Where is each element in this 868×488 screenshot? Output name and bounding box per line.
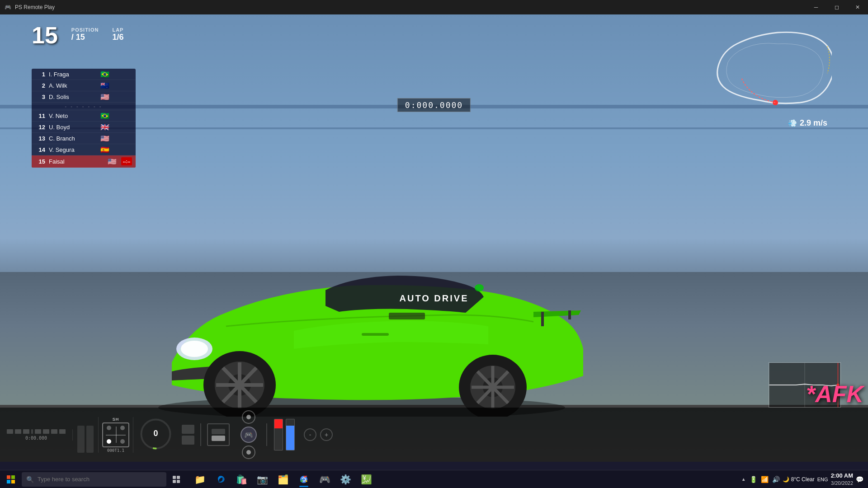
- system-tray: ▲ 🔋 📶 🔊: [741, 476, 780, 483]
- clock[interactable]: 2:00 AM 3/20/2022: [831, 472, 853, 486]
- svg-rect-34: [177, 476, 180, 479]
- system-tray-up-arrow[interactable]: ▲: [741, 477, 746, 482]
- notification-icon[interactable]: 💬: [856, 476, 863, 483]
- taskbar-app-9[interactable]: 💹: [356, 470, 376, 488]
- taskbar-app-8[interactable]: ⚙️: [335, 470, 355, 488]
- game-viewport: 15 POSITION / 15 LAP 1/6 1 I. Fraga 🇧🇷: [0, 14, 868, 462]
- task-view-button[interactable]: [166, 470, 186, 488]
- svg-point-19: [475, 284, 484, 291]
- taskbar-chrome[interactable]: [294, 470, 314, 488]
- race-car: [136, 200, 588, 417]
- taskbar-photos[interactable]: 📷: [252, 470, 272, 488]
- taskbar-apps: 📁 🛍️ 📷 🗂️ 🎮 ⚙️ 💹: [190, 470, 376, 488]
- svg-rect-29: [7, 475, 10, 479]
- svg-rect-32: [11, 480, 15, 483]
- svg-rect-30: [11, 475, 15, 479]
- svg-point-39: [302, 478, 305, 481]
- app-icon: 🎮: [5, 4, 11, 10]
- minimize-button[interactable]: ─: [806, 0, 826, 14]
- svg-rect-33: [173, 476, 176, 479]
- weather-info: 🌙 8°C Clear: [783, 476, 815, 483]
- taskbar-right: ▲ 🔋 📶 🔊 🌙 8°C Clear ENG 2:00 AM 3/20/202…: [741, 472, 868, 486]
- weather-icon: 🌙: [783, 476, 789, 483]
- svg-rect-31: [7, 480, 10, 483]
- window-chrome: 🎮 PS Remote Play ─ ◻ ✕: [0, 0, 868, 14]
- svg-rect-36: [177, 480, 180, 483]
- taskbar-ps-remote[interactable]: 🎮: [315, 470, 335, 488]
- taskbar-file-explorer[interactable]: 📁: [190, 470, 210, 488]
- maximize-button[interactable]: ◻: [826, 0, 847, 14]
- volume-icon[interactable]: 🔊: [772, 476, 780, 483]
- window-title: 🎮 PS Remote Play: [0, 4, 806, 10]
- taskbar-store[interactable]: 🛍️: [231, 470, 251, 488]
- language-indicator: ENG: [817, 477, 828, 482]
- close-button[interactable]: ✕: [847, 0, 868, 14]
- taskbar: 🔍 📁 🛍️ 📷 🗂️: [0, 470, 868, 488]
- svg-rect-18: [389, 313, 425, 319]
- window-controls: ─ ◻ ✕: [806, 0, 868, 14]
- svg-point-16: [181, 341, 208, 357]
- svg-rect-35: [173, 480, 176, 483]
- search-icon: 🔍: [26, 476, 34, 483]
- search-input[interactable]: [38, 476, 162, 483]
- search-bar[interactable]: 🔍: [22, 472, 166, 487]
- battery-icon: 🔋: [750, 476, 757, 483]
- weather-text: 8°C Clear: [791, 476, 815, 483]
- network-icon: 📶: [761, 476, 769, 483]
- svg-rect-17: [362, 333, 389, 336]
- taskbar-files[interactable]: 🗂️: [273, 470, 293, 488]
- taskbar-edge[interactable]: [211, 470, 231, 488]
- start-button[interactable]: [0, 470, 22, 488]
